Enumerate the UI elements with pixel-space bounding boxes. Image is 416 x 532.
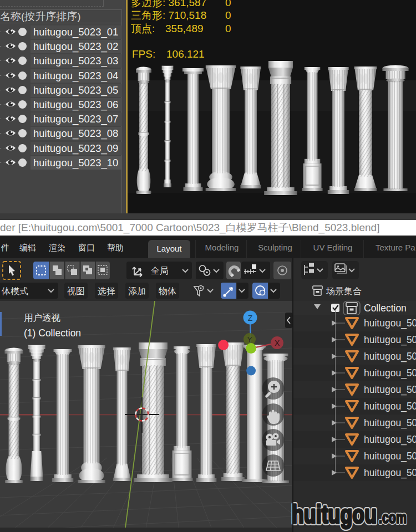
svg-text:场景集合: 场景集合 xyxy=(326,287,362,296)
svg-text:huitugou_50: huitugou_50 xyxy=(364,467,416,479)
svg-text:Collection: Collection xyxy=(364,303,407,314)
svg-text:huitugou_50: huitugou_50 xyxy=(364,451,416,462)
svg-text:huitugou_50: huitugou_50 xyxy=(364,318,416,329)
svg-text:.com: .com xyxy=(379,508,407,526)
svg-text:huitugou_50: huitugou_50 xyxy=(364,401,416,412)
svg-text:huitugou_50: huitugou_50 xyxy=(364,334,416,346)
svg-text:huitugou: huitugou xyxy=(292,500,377,529)
svg-text:huitugou_50: huitugou_50 xyxy=(364,417,416,429)
svg-text:huitugou_50: huitugou_50 xyxy=(364,351,416,362)
svg-text:huitugou_50: huitugou_50 xyxy=(364,367,416,379)
svg-text:huitugou_50: huitugou_50 xyxy=(364,434,416,446)
svg-text:huitugou_50: huitugou_50 xyxy=(364,384,416,396)
